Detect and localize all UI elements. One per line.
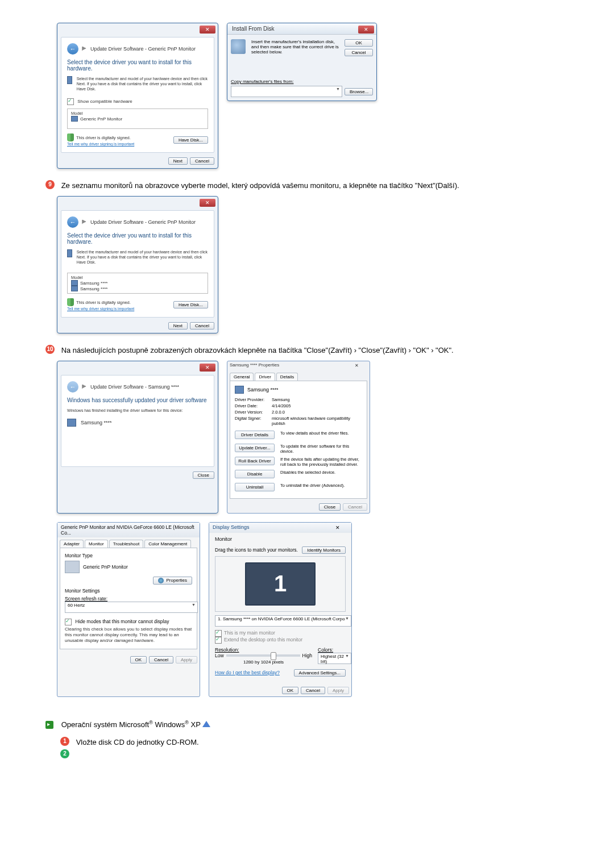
best-display-link[interactable]: How do I get the best display? <box>215 670 280 675</box>
cancel-button: Cancel <box>343 503 367 511</box>
step-1-marker: 1 <box>60 737 69 746</box>
back-icon[interactable]: ← <box>67 43 78 55</box>
cancel-button[interactable]: Cancel <box>149 656 173 663</box>
dialog-title: Install From Disk <box>227 23 376 35</box>
advanced-button[interactable]: Advanced Settings... <box>294 669 346 677</box>
ok-button[interactable]: OK <box>282 687 299 694</box>
disable-button[interactable]: Disable <box>235 470 275 478</box>
colors-select[interactable]: Highest (32 bit) <box>318 653 351 664</box>
install-from-disk-dialog: ✕ Install From Disk Insert the manufactu… <box>227 23 377 101</box>
uninstall-button[interactable]: Uninstall <box>235 483 275 491</box>
display-settings-dialog: Display Settings ✕ Monitor Drag the icon… <box>209 522 352 697</box>
disk-icon <box>231 39 246 54</box>
apply-button: Apply <box>176 656 197 663</box>
monitor-icon <box>71 280 78 286</box>
show-compatible-checkbox[interactable] <box>67 98 74 105</box>
xp-heading: Operační systém Microsoft® Windows® XP <box>61 720 203 729</box>
tab-adapter[interactable]: Adapter <box>60 540 84 548</box>
up-arrow-icon[interactable] <box>202 721 210 727</box>
resolution-slider[interactable] <box>226 654 300 657</box>
close-icon[interactable]: ✕ <box>200 26 215 34</box>
have-disk-button[interactable]: Have Disk... <box>173 301 208 308</box>
have-disk-button[interactable]: Have Disk... <box>173 136 208 144</box>
extend-checkbox <box>215 637 222 644</box>
xp-step-1: Vložte disk CD do jednotky CD-ROM. <box>76 737 508 748</box>
step-9-text: Ze seznamu monitorů na obrazovce vyberte… <box>61 180 493 191</box>
cancel-button[interactable]: Cancel <box>345 49 373 56</box>
driver-properties-dialog: Samsung **** Properties ✕ General Driver… <box>227 361 370 514</box>
breadcrumb: Update Driver Software - Generic PnP Mon… <box>90 219 196 225</box>
shield-icon <box>67 298 74 306</box>
list-item[interactable]: Samsung **** <box>80 281 107 286</box>
monitor-layout-icon[interactable]: 1 <box>245 562 316 606</box>
cancel-button[interactable]: Cancel <box>301 687 325 694</box>
path-input[interactable] <box>231 86 342 97</box>
dialog-title: Select the device driver you want to ins… <box>67 59 208 72</box>
tab-monitor[interactable]: Monitor <box>85 540 108 548</box>
why-signing-link[interactable]: Tell me why driver signing is important <box>67 142 134 146</box>
update-driver-button[interactable]: Update Driver... <box>235 444 275 452</box>
list-item[interactable]: Samsung **** <box>80 286 107 291</box>
monitor-icon <box>71 286 78 291</box>
close-icon[interactable]: ✕ <box>200 199 215 207</box>
ok-button[interactable]: OK <box>130 656 147 663</box>
shield-icon <box>67 133 74 141</box>
cancel-button[interactable]: Cancel <box>190 157 214 165</box>
list-item[interactable]: Generic PnP Monitor <box>80 116 122 122</box>
close-icon[interactable]: ✕ <box>358 26 374 34</box>
hide-modes-checkbox[interactable] <box>65 619 72 625</box>
breadcrumb: Update Driver Software - Generic PnP Mon… <box>90 46 196 52</box>
monitor-icon <box>71 116 78 122</box>
tab-troubleshoot[interactable]: Troubleshoot <box>109 540 143 548</box>
step-9-marker: 9 <box>45 180 55 189</box>
why-signing-link[interactable]: Tell me why driver signing is important <box>67 307 134 311</box>
close-icon[interactable]: ✕ <box>200 364 215 372</box>
monitor-icon <box>67 76 72 84</box>
monitor-select[interactable]: 1. Samsung **** on NVIDIA GeForce 6600 L… <box>215 615 351 627</box>
close-button[interactable]: Close <box>193 471 214 479</box>
monitor-icon <box>67 419 76 427</box>
close-icon[interactable]: ✕ <box>335 524 348 531</box>
update-driver-dialog-2: ✕ ← ⯈ Update Driver Software - Generic P… <box>57 196 218 333</box>
next-button[interactable]: Next <box>168 157 188 165</box>
next-button[interactable]: Next <box>168 322 188 329</box>
driver-details-button[interactable]: Driver Details <box>235 431 275 439</box>
refresh-rate-select[interactable]: 60 Hertz <box>65 602 198 613</box>
close-icon[interactable]: ✕ <box>355 362 367 369</box>
back-icon: ← <box>67 381 78 393</box>
identify-button[interactable]: Identify Monitors <box>302 546 346 554</box>
update-driver-dialog-1: ✕ ← ⯈ Update Driver Software - Generic P… <box>57 23 218 169</box>
close-button[interactable]: Close <box>319 503 341 511</box>
cancel-button[interactable]: Cancel <box>190 322 214 329</box>
tab-general[interactable]: General <box>230 373 254 381</box>
rollback-button[interactable]: Roll Back Driver <box>235 457 275 465</box>
step-10-text: Na následujících postupně zobrazených ob… <box>61 345 493 356</box>
model-list[interactable]: Model Samsung **** Samsung **** <box>67 273 208 294</box>
browse-button[interactable]: Browse... <box>345 88 373 95</box>
dialog-title: Select the device driver you want to ins… <box>67 232 208 245</box>
back-icon[interactable]: ← <box>67 216 78 228</box>
step-2-marker: 2 <box>60 749 69 758</box>
monitor-icon <box>235 386 244 394</box>
dialog-title: Windows has successfully updated your dr… <box>67 397 208 403</box>
tab-color[interactable]: Color Management <box>144 540 191 548</box>
properties-button[interactable]: Properties <box>153 577 192 585</box>
ok-button[interactable]: OK <box>345 39 373 47</box>
monitor-icon <box>65 561 80 573</box>
tab-driver[interactable]: Driver <box>255 373 275 381</box>
monitor-icon <box>67 249 72 257</box>
step-10-marker: 10 <box>45 345 55 354</box>
apply-button: Apply <box>327 687 349 694</box>
expand-icon[interactable] <box>45 721 53 729</box>
tab-details[interactable]: Details <box>276 373 298 381</box>
breadcrumb: Update Driver Software - Samsung **** <box>90 384 179 390</box>
model-list[interactable]: Model Generic PnP Monitor <box>67 108 208 129</box>
monitor-properties-dialog: Generic PnP Monitor and NVIDIA GeForce 6… <box>57 522 200 697</box>
update-done-dialog: ✕ ← ⯈ Update Driver Software - Samsung *… <box>57 361 218 514</box>
